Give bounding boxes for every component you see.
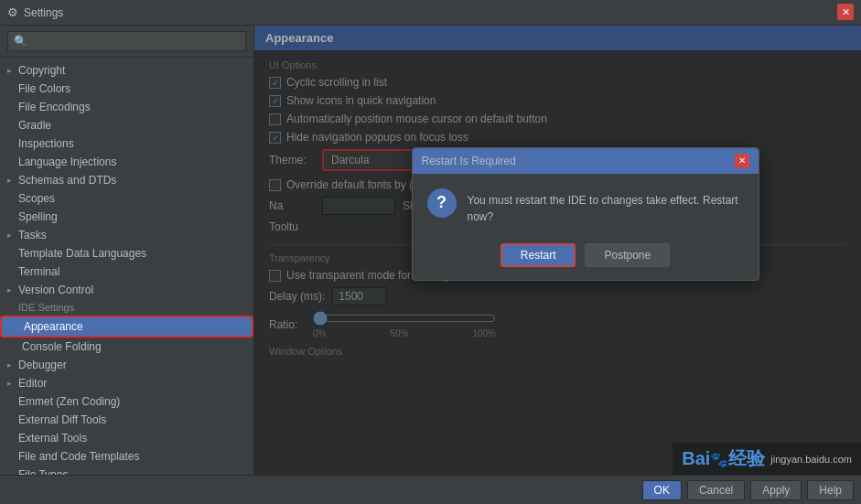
sidebar-item-gradle[interactable]: Gradle <box>0 116 253 134</box>
sidebar-item-copyright[interactable]: Copyright <box>0 61 253 80</box>
ok-button[interactable]: OK <box>642 480 682 500</box>
sidebar-item-inspections[interactable]: Inspections <box>0 134 253 153</box>
sidebar-item-external-tools[interactable]: External Tools <box>0 429 253 447</box>
sidebar-item-debugger[interactable]: Debugger <box>0 356 253 374</box>
sidebar-item-emmet[interactable]: Emmet (Zen Coding) <box>0 392 253 411</box>
watermark-brand: Bai🐾经验 <box>682 446 765 471</box>
title-bar: ⚙ Settings ✕ <box>0 0 861 26</box>
sidebar-item-template-data[interactable]: Template Data Languages <box>0 244 253 263</box>
sidebar-item-editor[interactable]: Editor <box>0 374 253 392</box>
sidebar-item-file-types[interactable]: File Types <box>0 466 253 475</box>
expand-icon <box>7 66 15 75</box>
content-area: Appearance UI Options Cyclic scrolling i… <box>254 26 861 475</box>
sidebar-list: Copyright File Colors File Encodings Gra… <box>0 58 253 475</box>
modal-title-bar: Restart Is Required ✕ <box>413 148 759 174</box>
cancel-button[interactable]: Cancel <box>687 480 745 500</box>
help-button[interactable]: Help <box>807 480 854 500</box>
expand-icon-schemas <box>7 176 15 185</box>
modal-title: Restart Is Required <box>422 155 516 167</box>
expand-icon-editor <box>7 379 15 388</box>
sidebar-item-spelling[interactable]: Spelling <box>0 208 253 226</box>
search-input[interactable] <box>7 31 246 51</box>
sidebar-item-file-templates[interactable]: File and Code Templates <box>0 447 253 466</box>
sidebar: Copyright File Colors File Encodings Gra… <box>0 26 254 475</box>
sidebar-item-appearance[interactable]: Appearance <box>0 316 253 338</box>
apply-button[interactable]: Apply <box>750 480 802 500</box>
title-bar-title: Settings <box>24 6 63 19</box>
watermark: Bai🐾经验 jingyan.baidu.com <box>673 443 861 475</box>
modal-message: You must restart the IDE to changes take… <box>468 188 744 225</box>
close-button[interactable]: ✕ <box>837 4 854 20</box>
expand-icon-debugger <box>7 360 15 370</box>
modal-footer: Restart Postpone <box>413 236 759 280</box>
search-bar <box>0 26 253 58</box>
postpone-button[interactable]: Postpone <box>585 243 670 267</box>
sidebar-item-schemas[interactable]: Schemas and DTDs <box>0 171 253 189</box>
restart-modal: Restart Is Required ✕ ? You must restart… <box>412 147 759 281</box>
restart-button[interactable]: Restart <box>500 243 576 267</box>
main-container: Copyright File Colors File Encodings Gra… <box>0 26 861 475</box>
sidebar-item-scopes[interactable]: Scopes <box>0 189 253 208</box>
sidebar-item-ide-settings[interactable]: IDE Settings <box>0 299 253 316</box>
modal-body: ? You must restart the IDE to changes ta… <box>413 174 759 236</box>
settings-icon: ⚙ <box>7 5 18 19</box>
modal-question-icon: ? <box>427 188 457 218</box>
sidebar-item-language-injections[interactable]: Language Injections <box>0 153 253 171</box>
sidebar-item-version-control[interactable]: Version Control <box>0 281 253 299</box>
expand-icon-vc <box>7 285 15 295</box>
modal-close-button[interactable]: ✕ <box>735 154 749 168</box>
modal-overlay: Restart Is Required ✕ ? You must restart… <box>254 26 861 475</box>
sidebar-item-filecolors[interactable]: File Colors <box>0 80 253 98</box>
sidebar-item-external-diff[interactable]: External Diff Tools <box>0 411 253 429</box>
bottom-bar: OK Cancel Apply Help <box>0 475 861 504</box>
sidebar-item-terminal[interactable]: Terminal <box>0 263 253 281</box>
watermark-url: jingyan.baidu.com <box>770 454 852 465</box>
sidebar-item-fileencodings[interactable]: File Encodings <box>0 98 253 116</box>
sidebar-item-console-folding[interactable]: Console Folding <box>0 338 253 356</box>
sidebar-item-tasks[interactable]: Tasks <box>0 226 253 244</box>
expand-icon-tasks <box>7 231 15 240</box>
